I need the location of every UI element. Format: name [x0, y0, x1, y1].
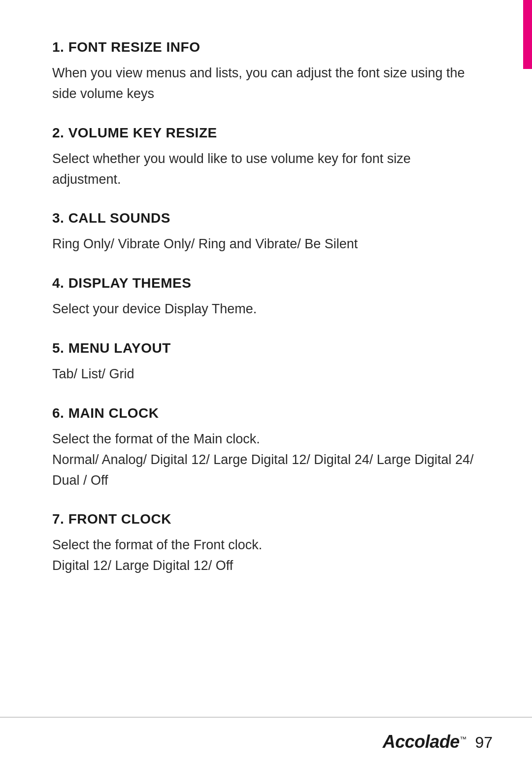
section-volume-key-resize: 2. VOLUME KEY RESIZE Select whether you …	[52, 125, 483, 190]
section-3-title: 3. CALL SOUNDS	[52, 210, 483, 226]
section-3-body: Ring Only/ Vibrate Only/ Ring and Vibrat…	[52, 234, 483, 255]
section-6-body: Select the format of the Main clock. Nor…	[52, 429, 483, 491]
brand-name: Accolade	[383, 732, 460, 752]
footer-brand: Accolade™ 97	[383, 732, 493, 752]
footer-logo: Accolade™	[383, 732, 466, 752]
footer: Accolade™ 97	[0, 717, 532, 766]
section-7-title: 7. FRONT CLOCK	[52, 511, 483, 527]
section-5-title: 5. MENU LAYOUT	[52, 340, 483, 356]
content-area: 1. FONT RESIZE INFO When you view menus …	[52, 39, 483, 702]
footer-page-number: 97	[475, 733, 493, 752]
trademark-symbol: ™	[460, 735, 466, 743]
section-front-clock: 7. FRONT CLOCK Select the format of the …	[52, 511, 483, 576]
page-container: 1. FONT RESIZE INFO When you view menus …	[0, 0, 532, 766]
section-call-sounds: 3. CALL SOUNDS Ring Only/ Vibrate Only/ …	[52, 210, 483, 255]
section-7-body: Select the format of the Front clock. Di…	[52, 535, 483, 576]
section-2-title: 2. VOLUME KEY RESIZE	[52, 125, 483, 141]
section-font-resize-info: 1. FONT RESIZE INFO When you view menus …	[52, 39, 483, 104]
section-4-title: 4. DISPLAY THEMES	[52, 275, 483, 291]
section-6-title: 6. MAIN CLOCK	[52, 405, 483, 421]
section-1-title: 1. FONT RESIZE INFO	[52, 39, 483, 55]
section-main-clock: 6. MAIN CLOCK Select the format of the M…	[52, 405, 483, 491]
section-5-body: Tab/ List/ Grid	[52, 364, 483, 385]
section-1-body: When you view menus and lists, you can a…	[52, 63, 483, 104]
section-display-themes: 4. DISPLAY THEMES Select your device Dis…	[52, 275, 483, 320]
section-4-body: Select your device Display Theme.	[52, 299, 483, 320]
section-menu-layout: 5. MENU LAYOUT Tab/ List/ Grid	[52, 340, 483, 385]
accent-bar	[523, 0, 532, 69]
section-2-body: Select whether you would like to use vol…	[52, 149, 483, 190]
